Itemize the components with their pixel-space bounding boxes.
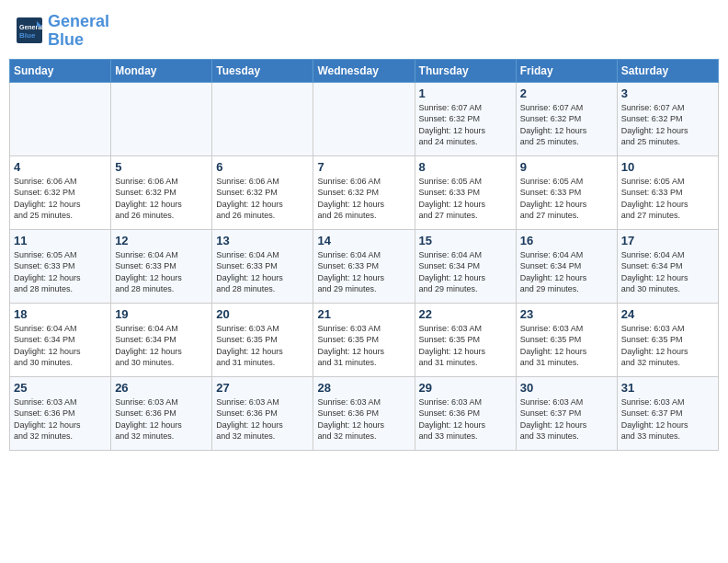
- day-number: 18: [14, 307, 107, 321]
- day-number: 26: [115, 381, 208, 395]
- svg-text:Blue: Blue: [19, 31, 36, 40]
- calendar-day: 9Sunrise: 6:05 AM Sunset: 6:33 PM Daylig…: [516, 155, 617, 229]
- day-info: Sunrise: 6:04 AM Sunset: 6:34 PM Dayligh…: [621, 249, 714, 295]
- day-info: Sunrise: 6:06 AM Sunset: 6:32 PM Dayligh…: [14, 176, 107, 222]
- day-info: Sunrise: 6:04 AM Sunset: 6:34 PM Dayligh…: [520, 249, 613, 295]
- day-number: 2: [520, 86, 613, 100]
- calendar-day: 29Sunrise: 6:03 AM Sunset: 6:36 PM Dayli…: [415, 376, 516, 450]
- calendar-table: SundayMondayTuesdayWednesdayThursdayFrid…: [9, 59, 719, 451]
- day-number: 20: [216, 307, 309, 321]
- day-number: 28: [317, 381, 410, 395]
- calendar-day: 20Sunrise: 6:03 AM Sunset: 6:35 PM Dayli…: [212, 303, 313, 376]
- calendar-day: 14Sunrise: 6:04 AM Sunset: 6:33 PM Dayli…: [313, 229, 415, 303]
- calendar-day: 17Sunrise: 6:04 AM Sunset: 6:34 PM Dayli…: [617, 229, 718, 303]
- calendar-week: 25Sunrise: 6:03 AM Sunset: 6:36 PM Dayli…: [10, 376, 719, 450]
- day-info: Sunrise: 6:04 AM Sunset: 6:34 PM Dayligh…: [115, 323, 208, 369]
- calendar-day: 21Sunrise: 6:03 AM Sunset: 6:35 PM Dayli…: [313, 303, 415, 376]
- day-info: Sunrise: 6:03 AM Sunset: 6:36 PM Dayligh…: [216, 396, 309, 442]
- day-info: Sunrise: 6:04 AM Sunset: 6:34 PM Dayligh…: [14, 323, 107, 369]
- day-number: 6: [216, 160, 309, 174]
- day-number: 7: [317, 160, 410, 174]
- day-info: Sunrise: 6:03 AM Sunset: 6:36 PM Dayligh…: [419, 396, 512, 442]
- day-number: 9: [520, 160, 613, 174]
- weekday-header: Monday: [111, 59, 212, 82]
- weekday-header: Sunday: [10, 59, 111, 82]
- day-number: 14: [317, 234, 410, 247]
- day-info: Sunrise: 6:05 AM Sunset: 6:33 PM Dayligh…: [419, 176, 512, 222]
- calendar-day: 26Sunrise: 6:03 AM Sunset: 6:36 PM Dayli…: [111, 376, 212, 450]
- day-number: 4: [14, 160, 107, 174]
- calendar-day: 4Sunrise: 6:06 AM Sunset: 6:32 PM Daylig…: [10, 155, 111, 229]
- day-number: 25: [14, 381, 107, 395]
- weekday-header: Tuesday: [212, 59, 313, 82]
- day-info: Sunrise: 6:03 AM Sunset: 6:36 PM Dayligh…: [317, 396, 410, 442]
- calendar-day: 6Sunrise: 6:06 AM Sunset: 6:32 PM Daylig…: [212, 155, 313, 229]
- calendar-day: 30Sunrise: 6:03 AM Sunset: 6:37 PM Dayli…: [516, 376, 617, 450]
- calendar-day: 7Sunrise: 6:06 AM Sunset: 6:32 PM Daylig…: [313, 155, 415, 229]
- day-info: Sunrise: 6:04 AM Sunset: 6:34 PM Dayligh…: [419, 249, 512, 295]
- day-info: Sunrise: 6:03 AM Sunset: 6:36 PM Dayligh…: [115, 396, 208, 442]
- calendar-day: 11Sunrise: 6:05 AM Sunset: 6:33 PM Dayli…: [10, 229, 111, 303]
- day-number: 27: [216, 381, 309, 395]
- calendar-day: 12Sunrise: 6:04 AM Sunset: 6:33 PM Dayli…: [111, 229, 212, 303]
- day-number: 12: [115, 234, 208, 247]
- day-number: 22: [419, 307, 512, 321]
- calendar-day: 16Sunrise: 6:04 AM Sunset: 6:34 PM Dayli…: [516, 229, 617, 303]
- day-info: Sunrise: 6:07 AM Sunset: 6:32 PM Dayligh…: [419, 102, 512, 148]
- calendar-day: 10Sunrise: 6:05 AM Sunset: 6:33 PM Dayli…: [617, 155, 718, 229]
- weekday-header: Thursday: [415, 59, 516, 82]
- calendar-week: 1Sunrise: 6:07 AM Sunset: 6:32 PM Daylig…: [10, 82, 719, 155]
- day-number: 5: [115, 160, 208, 174]
- day-number: 19: [115, 307, 208, 321]
- day-info: Sunrise: 6:03 AM Sunset: 6:37 PM Dayligh…: [621, 396, 714, 442]
- calendar-day: 23Sunrise: 6:03 AM Sunset: 6:35 PM Dayli…: [516, 303, 617, 376]
- day-number: 31: [621, 381, 714, 395]
- day-number: 1: [419, 86, 512, 100]
- day-number: 23: [520, 307, 613, 321]
- calendar-day: 25Sunrise: 6:03 AM Sunset: 6:36 PM Dayli…: [10, 376, 111, 450]
- day-info: Sunrise: 6:06 AM Sunset: 6:32 PM Dayligh…: [115, 176, 208, 222]
- day-info: Sunrise: 6:03 AM Sunset: 6:36 PM Dayligh…: [14, 396, 107, 442]
- day-info: Sunrise: 6:05 AM Sunset: 6:33 PM Dayligh…: [520, 176, 613, 222]
- calendar-day: [212, 82, 313, 155]
- calendar-day: 5Sunrise: 6:06 AM Sunset: 6:32 PM Daylig…: [111, 155, 212, 229]
- calendar-day: [111, 82, 212, 155]
- calendar-day: 15Sunrise: 6:04 AM Sunset: 6:34 PM Dayli…: [415, 229, 516, 303]
- day-number: 29: [419, 381, 512, 395]
- calendar-week: 18Sunrise: 6:04 AM Sunset: 6:34 PM Dayli…: [10, 303, 719, 376]
- day-number: 3: [621, 86, 714, 100]
- calendar-day: 1Sunrise: 6:07 AM Sunset: 6:32 PM Daylig…: [415, 82, 516, 155]
- calendar-day: 31Sunrise: 6:03 AM Sunset: 6:37 PM Dayli…: [617, 376, 718, 450]
- calendar-day: 27Sunrise: 6:03 AM Sunset: 6:36 PM Dayli…: [212, 376, 313, 450]
- day-info: Sunrise: 6:04 AM Sunset: 6:33 PM Dayligh…: [317, 249, 410, 295]
- calendar-day: 19Sunrise: 6:04 AM Sunset: 6:34 PM Dayli…: [111, 303, 212, 376]
- day-info: Sunrise: 6:03 AM Sunset: 6:35 PM Dayligh…: [621, 323, 714, 369]
- day-info: Sunrise: 6:06 AM Sunset: 6:32 PM Dayligh…: [216, 176, 309, 222]
- day-info: Sunrise: 6:07 AM Sunset: 6:32 PM Dayligh…: [520, 102, 613, 148]
- logo-text: GeneralBlue: [48, 13, 109, 50]
- calendar-day: 22Sunrise: 6:03 AM Sunset: 6:35 PM Dayli…: [415, 303, 516, 376]
- day-number: 13: [216, 234, 309, 247]
- weekday-header: Friday: [516, 59, 617, 82]
- day-number: 10: [621, 160, 714, 174]
- weekday-header: Saturday: [617, 59, 718, 82]
- day-info: Sunrise: 6:04 AM Sunset: 6:33 PM Dayligh…: [115, 249, 208, 295]
- calendar-day: 2Sunrise: 6:07 AM Sunset: 6:32 PM Daylig…: [516, 82, 617, 155]
- logo-icon: General Blue: [17, 17, 44, 45]
- logo: General Blue GeneralBlue: [17, 13, 109, 50]
- calendar-day: [10, 82, 111, 155]
- calendar-day: 13Sunrise: 6:04 AM Sunset: 6:33 PM Dayli…: [212, 229, 313, 303]
- calendar-week: 11Sunrise: 6:05 AM Sunset: 6:33 PM Dayli…: [10, 229, 719, 303]
- day-number: 8: [419, 160, 512, 174]
- day-number: 16: [520, 234, 613, 247]
- day-info: Sunrise: 6:03 AM Sunset: 6:35 PM Dayligh…: [419, 323, 512, 369]
- calendar-day: 3Sunrise: 6:07 AM Sunset: 6:32 PM Daylig…: [617, 82, 718, 155]
- calendar-day: 24Sunrise: 6:03 AM Sunset: 6:35 PM Dayli…: [617, 303, 718, 376]
- calendar-week: 4Sunrise: 6:06 AM Sunset: 6:32 PM Daylig…: [10, 155, 719, 229]
- day-number: 11: [14, 234, 107, 247]
- day-info: Sunrise: 6:03 AM Sunset: 6:35 PM Dayligh…: [317, 323, 410, 369]
- day-number: 15: [419, 234, 512, 247]
- day-info: Sunrise: 6:03 AM Sunset: 6:37 PM Dayligh…: [520, 396, 613, 442]
- day-info: Sunrise: 6:05 AM Sunset: 6:33 PM Dayligh…: [14, 249, 107, 295]
- weekday-header: Wednesday: [313, 59, 415, 82]
